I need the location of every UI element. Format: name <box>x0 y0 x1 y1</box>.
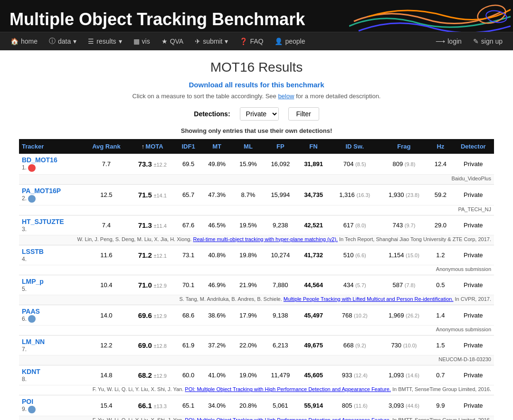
idf1-cell: 65.1 <box>175 395 201 416</box>
mota-sub: ±12.1 <box>153 253 166 259</box>
col-fn[interactable]: FN <box>297 139 330 154</box>
nav-vis[interactable]: ▦ vis <box>128 33 156 50</box>
publication-link[interactable]: POI: Multiple Object Tracking with High … <box>185 417 391 420</box>
fn-bold: 42,521 <box>304 222 323 229</box>
tracker-link[interactable]: HT_SJTUZTE <box>22 218 64 225</box>
publication-link[interactable]: POI: Multiple Object Tracking with High … <box>185 386 391 392</box>
col-detector-link[interactable]: Detector <box>461 143 486 150</box>
fn-bold: 45,605 <box>304 372 323 379</box>
col-id-sw-link[interactable]: ID Sw. <box>345 143 364 150</box>
fn-cell: 34,735 <box>297 184 330 205</box>
col-mota-link[interactable]: MOTA <box>145 143 163 150</box>
ml-cell: 8.7% <box>233 184 264 205</box>
col-fp-link[interactable]: FP <box>276 143 285 150</box>
publication-link[interactable]: Multiple People Tracking with Lifted Mul… <box>284 296 454 302</box>
col-frag[interactable]: Frag <box>380 139 429 154</box>
detail-cell: W. Lin, J. Peng, S. Deng, M. Liu, X. Jia… <box>19 235 494 245</box>
page-title: MOT16 Results <box>19 60 494 75</box>
col-tracker-link[interactable]: Tracker <box>22 143 44 150</box>
tracker-link[interactable]: PA_MOT16P <box>22 187 61 195</box>
nav-qva[interactable]: ★ QVA <box>156 33 190 50</box>
detector-cell: Private <box>453 245 494 265</box>
download-section: Download all results for this benchmark <box>19 81 494 89</box>
row-number: 2. <box>22 195 36 202</box>
col-mt-link[interactable]: MT <box>212 143 221 150</box>
frag-sub: (10.0) <box>403 343 417 348</box>
idf1-cell: 65.7 <box>175 184 201 205</box>
mt-cell: 34.0% <box>201 395 233 416</box>
table-row: PAAS 6. 14.0 69.6 ±12.9 68.6 38.6% 17.9%… <box>19 305 494 326</box>
col-tracker[interactable]: Tracker <box>19 139 84 154</box>
nav-signup[interactable]: ✎ sign up <box>467 33 508 50</box>
nav-people[interactable]: 👤 people <box>269 33 311 50</box>
detail-text: Anonymous submission <box>436 266 491 272</box>
detail-prefix: F. Yu, W. Li, Q. Li, Y. Liu, X. Shi, J. … <box>93 417 185 420</box>
circle-badge <box>28 315 36 323</box>
fp-cell: 16,092 <box>264 154 297 174</box>
fn-cell: 31,891 <box>297 154 330 174</box>
tracker-cell: LM_NN 7. <box>19 336 84 355</box>
idf1-cell: 60.0 <box>175 365 201 385</box>
frag-cell: 3,093 (44.6) <box>380 395 429 416</box>
header-banner: Multiple Object Tracking Benchmark <box>0 0 513 32</box>
frag-sub: (9.7) <box>405 223 416 228</box>
nav-signup-label: sign up <box>481 37 503 45</box>
detail-text: PA_TECH_NJ <box>458 206 491 212</box>
nav-faq[interactable]: ❓ FAQ <box>234 33 269 50</box>
nav-submit[interactable]: ✈ submit ▾ <box>189 33 234 50</box>
id-sw-cell: 768 (10.2) <box>330 305 380 326</box>
row-number: 9. <box>22 406 36 412</box>
tracker-link[interactable]: LSSTB <box>22 248 44 255</box>
col-detector[interactable]: Detector <box>453 139 494 154</box>
hz-cell: 0.5 <box>428 275 452 295</box>
mota-cell: 73.3 ±12.2 <box>129 154 175 174</box>
tracker-link[interactable]: LMP_p <box>22 278 44 285</box>
avg-rank-cell: 7.7 <box>84 154 129 174</box>
nav-login[interactable]: ⟶ login <box>430 33 467 50</box>
col-id-sw[interactable]: ID Sw. <box>330 139 380 154</box>
frag-sub: (9.8) <box>405 161 416 167</box>
nav-results[interactable]: ☰ results ▾ <box>82 33 127 50</box>
tracker-link[interactable]: PAAS <box>22 308 40 315</box>
col-idf1-link[interactable]: IDF1 <box>181 143 195 150</box>
detections-select[interactable]: Private Public <box>240 108 278 120</box>
tracker-link[interactable]: LM_NN <box>22 338 45 345</box>
below-link[interactable]: below <box>278 93 294 100</box>
id-sw-sub: (10.2) <box>354 313 368 318</box>
signup-icon: ✎ <box>473 37 479 45</box>
col-fn-link[interactable]: FN <box>309 143 317 150</box>
detail-cell: S. Tang, M. Andriluka, B. Andres, B. Sch… <box>19 295 494 305</box>
col-ml-link[interactable]: ML <box>244 143 253 150</box>
col-avg-rank-link[interactable]: Avg Rank <box>92 143 120 150</box>
col-avg-rank[interactable]: Avg Rank <box>84 139 129 154</box>
nav-home[interactable]: 🏠 home <box>5 33 43 50</box>
col-frag-link[interactable]: Frag <box>397 143 410 150</box>
id-sw-sub: (5.7) <box>355 282 366 288</box>
col-mota[interactable]: ↑MOTA <box>129 139 175 154</box>
tracker-link[interactable]: KDNT <box>22 368 40 375</box>
col-mt[interactable]: MT <box>201 139 233 154</box>
col-fp[interactable]: FP <box>264 139 297 154</box>
col-hz-link[interactable]: Hz <box>437 143 444 150</box>
col-ml[interactable]: ML <box>233 139 264 154</box>
table-row: BD_MOT16 1. 7.7 73.3 ±12.2 69.5 49.8% 15… <box>19 154 494 174</box>
tracker-link[interactable]: POI <box>22 398 33 405</box>
download-link[interactable]: Download all results for this benchmark <box>189 81 324 89</box>
idf1-cell: 73.1 <box>175 245 201 265</box>
tracker-cell: BD_MOT16 1. <box>19 154 84 174</box>
mt-cell: 40.8% <box>201 245 233 265</box>
tracker-link[interactable]: BD_MOT16 <box>22 156 57 164</box>
table-row: PA_MOT16P 2. 12.5 71.5 ±14.1 65.7 47.3% … <box>19 184 494 205</box>
data-icon: ⓘ <box>49 37 56 46</box>
publication-link[interactable]: Real-time multi-object tracking with hyp… <box>193 236 337 242</box>
detector-cell: Private <box>453 365 494 385</box>
home-icon: 🏠 <box>10 37 19 45</box>
frag-cell: 809 (9.8) <box>380 154 429 174</box>
col-hz[interactable]: Hz <box>428 139 452 154</box>
ml-cell: 15.9% <box>233 154 264 174</box>
filter-button[interactable]: Filter <box>288 107 319 121</box>
nav-data[interactable]: ⓘ data ▾ <box>43 32 82 50</box>
col-idf1[interactable]: IDF1 <box>175 139 201 154</box>
fn-bold: 45,497 <box>304 312 323 319</box>
mota-value: 69.0 <box>138 341 152 349</box>
